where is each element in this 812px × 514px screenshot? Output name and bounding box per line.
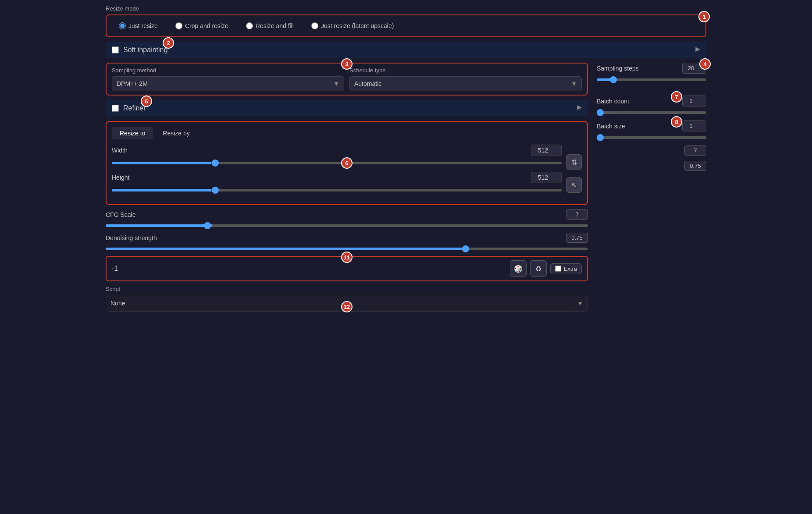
batch-size-label: Batch size	[597, 123, 625, 130]
height-slider[interactable]	[112, 189, 562, 191]
denoising-header: Denoising strength 0.75	[106, 233, 588, 243]
width-slider[interactable]	[112, 162, 562, 164]
right-panel: Sampling steps 4 Batch count 7 Batch siz…	[597, 63, 706, 176]
denoising-label: Denoising strength	[106, 234, 157, 241]
extra-checkbox[interactable]	[555, 266, 561, 272]
sampling-area: Sampling method DPM++ 2M ▼ Schedule type	[106, 63, 588, 96]
cfg-value-right: 7	[684, 145, 706, 156]
cfg-scale-value: 7	[566, 209, 588, 220]
radio-crop-and-resize[interactable]: Crop and resize	[168, 20, 235, 32]
height-row: Height	[112, 172, 562, 193]
batch-count-panel: Batch count 7	[597, 96, 706, 115]
batch-count-label: Batch count	[597, 98, 629, 105]
script-label: Script	[106, 286, 588, 292]
badge-6: 6	[341, 157, 353, 169]
resize-section: Resize to Resize by Width	[106, 121, 588, 205]
extra-toggle[interactable]: Extra	[550, 263, 582, 274]
sampling-method-select-wrapper: DPM++ 2M ▼	[112, 76, 344, 91]
sampling-wrapper: Sampling method DPM++ 2M ▼ Schedule type	[106, 63, 588, 96]
batch-count-input[interactable]	[682, 96, 706, 106]
aspect-ratio-button[interactable]: ↖	[566, 177, 582, 193]
soft-inpainting-row: Soft inpainting ◀ 2	[106, 42, 706, 58]
sampling-schedule-col: Schedule type Automatic ▼	[349, 67, 582, 91]
batch-size-header: Batch size	[597, 121, 706, 131]
resize-mode-label: Resize mode	[106, 5, 706, 12]
badge-1: 1	[698, 11, 710, 22]
sampling-schedule-label: Schedule type	[349, 67, 582, 74]
badge-8: 8	[671, 116, 682, 128]
soft-inpainting-arrow[interactable]: ◀	[695, 46, 700, 53]
sampling-schedule-select[interactable]: Automatic	[350, 77, 581, 91]
steps-slider[interactable]	[597, 78, 706, 81]
denoising-slider[interactable]	[106, 248, 588, 250]
resize-sliders: Width Height	[112, 145, 562, 199]
sampling-steps-panel: Sampling steps 4	[597, 63, 706, 82]
radio-resize-and-fill[interactable]: Resize and fill	[239, 20, 301, 32]
radio-just-resize-latent[interactable]: Just resize (latent upscale)	[304, 20, 401, 32]
batch-count-header: Batch count	[597, 96, 706, 106]
cfg-header: CFG Scale 7	[106, 209, 588, 220]
batch-size-input[interactable]	[682, 121, 706, 131]
resize-content: Width Height	[112, 145, 582, 199]
sampling-method-col: Sampling method DPM++ 2M ▼	[112, 67, 344, 91]
badge-5: 5	[141, 96, 152, 107]
tab-resize-by[interactable]: Resize by	[155, 127, 197, 139]
cfg-right-display: 7	[597, 145, 706, 156]
width-label: Width	[112, 147, 128, 154]
sampling-schedule-select-wrapper: Automatic ▼	[349, 76, 582, 91]
badge-12: 12	[341, 301, 353, 312]
cfg-scale-label: CFG Scale	[106, 211, 135, 218]
cfg-scale-row: CFG Scale 7	[106, 209, 588, 228]
page-wrapper: Resize mode Just resize Crop and resize …	[106, 5, 706, 312]
denoising-right-display: 0.75	[597, 161, 706, 171]
batch-count-slider[interactable]	[597, 111, 706, 114]
denoising-value-right: 0.75	[684, 161, 706, 171]
badge-2: 2	[163, 37, 174, 49]
steps-header: Sampling steps	[597, 63, 706, 74]
refiner-row: Refiner ◀ 5	[106, 100, 588, 117]
denoising-value: 0.75	[566, 233, 588, 243]
seed-section: 🎲 ♻ Extra 11	[106, 256, 588, 281]
badge-3: 3	[341, 58, 353, 70]
resize-tabs: Resize to Resize by	[112, 127, 582, 139]
width-input[interactable]	[531, 145, 562, 156]
tab-resize-to[interactable]: Resize to	[112, 127, 153, 139]
resize-side-buttons: ⇅ ↖	[566, 145, 582, 199]
height-header: Height	[112, 172, 562, 183]
dice-button[interactable]: 🎲	[510, 260, 527, 277]
badge-4: 4	[699, 58, 711, 70]
radio-just-resize[interactable]: Just resize	[112, 20, 165, 32]
soft-inpainting-checkbox[interactable]	[112, 46, 119, 53]
swap-dimensions-button[interactable]: ⇅	[566, 154, 582, 170]
height-label: Height	[112, 174, 129, 181]
denoising-row: Denoising strength 0.75	[106, 233, 588, 252]
batch-size-slider[interactable]	[597, 136, 706, 139]
resize-mode-container: Just resize Crop and resize Resize and f…	[106, 14, 706, 37]
extra-label: Extra	[564, 266, 577, 272]
soft-inpainting-label: Soft inpainting	[123, 46, 167, 54]
refiner-checkbox[interactable]	[112, 105, 119, 112]
refiner-arrow[interactable]: ◀	[577, 105, 582, 112]
width-row: Width	[112, 145, 562, 166]
sampling-method-label: Sampling method	[112, 67, 344, 74]
sampling-steps-area: Sampling method DPM++ 2M ▼ Schedule type	[106, 63, 706, 312]
recycle-button[interactable]: ♻	[530, 260, 547, 277]
sampling-method-select[interactable]: DPM++ 2M	[112, 77, 344, 91]
badge-11: 11	[341, 252, 353, 263]
width-header: Width	[112, 145, 562, 156]
height-input[interactable]	[531, 172, 562, 183]
steps-label: Sampling steps	[597, 65, 639, 72]
seed-input[interactable]	[112, 265, 506, 273]
script-section: Script None ▼ 12	[106, 286, 588, 312]
cfg-scale-slider[interactable]	[106, 224, 588, 227]
batch-size-panel: Batch size 8	[597, 121, 706, 140]
badge-7: 7	[671, 91, 682, 103]
